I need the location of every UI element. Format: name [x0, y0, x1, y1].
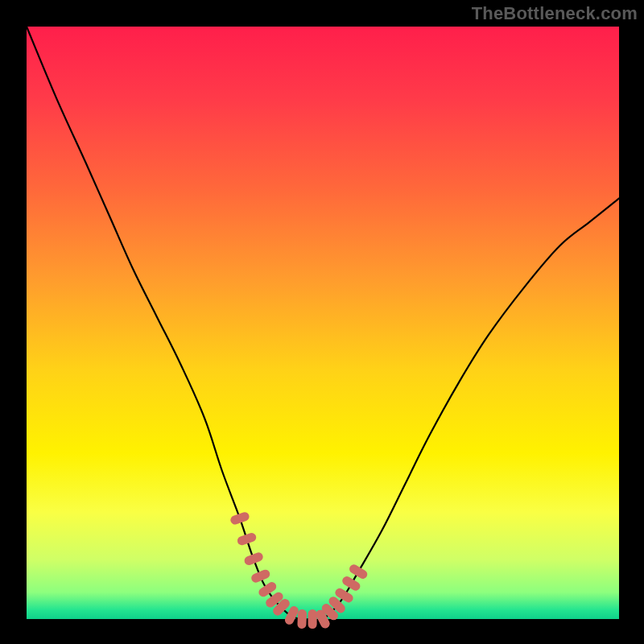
chart-container: TheBottleneck.com [0, 0, 644, 644]
threshold-marker [308, 609, 317, 629]
watermark-text: TheBottleneck.com [472, 3, 638, 24]
bottleneck-curve-chart [0, 0, 644, 644]
threshold-marker [297, 609, 307, 629]
plot-background [27, 27, 619, 619]
